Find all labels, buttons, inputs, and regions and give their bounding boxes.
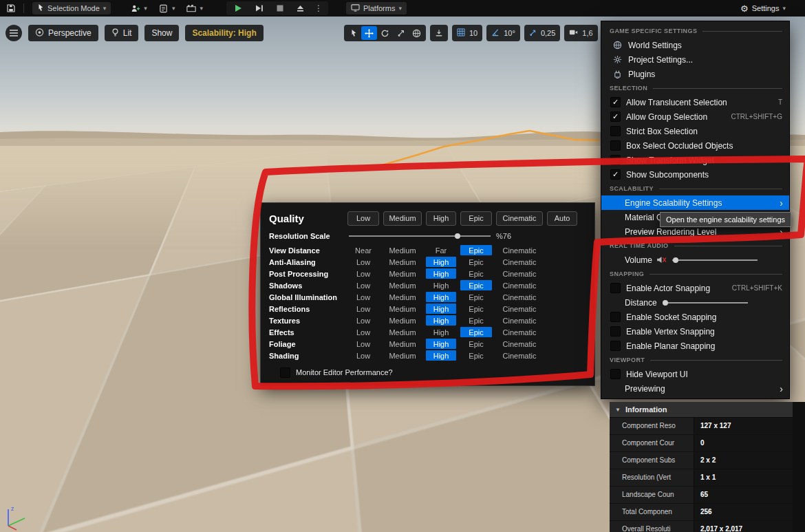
quality-cell-shading-low[interactable]: Low [347,350,379,361]
quality-cell-textures-epic[interactable]: Epic [460,315,492,326]
platforms-dropdown[interactable]: Platforms ▾ [346,2,407,14]
select-tool[interactable] [345,26,361,40]
quality-cell-view-distance-medium[interactable]: Medium [383,245,422,255]
quality-cell-view-distance-epic[interactable]: Epic [460,245,492,255]
quality-cell-reflections-low[interactable]: Low [347,304,379,314]
quality-cell-shading-high[interactable]: High [426,350,456,361]
menu-item-strict-box-selection[interactable]: Strict Box Selection [601,124,789,138]
quality-preset-epic[interactable]: Epic [460,211,492,226]
quality-cell-global-illumination-epic[interactable]: Epic [460,292,492,302]
quality-cell-shadows-epic[interactable]: Epic [460,280,492,290]
quality-cell-foliage-low[interactable]: Low [347,339,379,349]
quality-cell-global-illumination-low[interactable]: Low [347,292,379,302]
checkbox-icon[interactable] [610,126,621,136]
checkbox-icon[interactable] [610,326,621,337]
blueprints-button[interactable]: ▾ [157,1,175,15]
quality-preset-medium[interactable]: Medium [383,211,422,226]
quality-cell-shading-epic[interactable]: Epic [460,350,492,361]
checkbox-icon[interactable] [610,369,621,379]
slider-knob[interactable] [673,257,678,263]
menu-item-enable-socket-snapping[interactable]: Enable Socket Snapping [601,310,789,324]
quality-cell-shading-medium[interactable]: Medium [383,350,422,361]
checkbox-icon[interactable] [610,312,621,322]
checkbox-icon[interactable]: ✓ [610,97,621,107]
quality-cell-post-processing-cinematic[interactable]: Cinematic [496,268,543,279]
resolution-scale-slider[interactable] [347,232,492,240]
quality-cell-foliage-medium[interactable]: Medium [383,339,422,349]
rotate-tool[interactable] [377,26,393,40]
menu-item-engine-scalability-settings[interactable]: Engine Scalability Settings› [601,195,789,210]
save-icon[interactable] [4,1,18,15]
menu-item-allow-translucent-selection[interactable]: ✓Allow Translucent SelectionT [601,95,789,109]
skip-icon[interactable] [253,1,266,15]
menu-item-volume[interactable]: Volume [601,253,789,267]
menu-item-distance[interactable]: Distance [601,295,789,310]
checkbox-icon[interactable] [610,341,621,351]
quality-cell-shadows-cinematic[interactable]: Cinematic [496,280,543,290]
menu-item-show-subcomponents[interactable]: ✓Show Subcomponents [601,167,789,182]
quality-cell-shadows-high[interactable]: High [426,280,456,290]
menu-item-allow-group-selection[interactable]: ✓Allow Group SelectionCTRL+SHIFT+G [601,109,789,124]
camera-speed-button[interactable]: 1,6 [564,25,597,41]
quality-cell-anti-aliasing-low[interactable]: Low [347,257,379,267]
quality-cell-effects-low[interactable]: Low [347,327,379,337]
checkbox-icon[interactable]: ✓ [610,111,621,122]
cinematics-button[interactable]: ▾ [184,1,203,15]
menu-item-plugins[interactable]: Plugins [601,67,789,81]
quality-cell-textures-high[interactable]: High [426,315,456,326]
quality-cell-shadows-medium[interactable]: Medium [383,280,422,290]
quality-cell-global-illumination-cinematic[interactable]: Cinematic [496,292,543,302]
quality-preset-high[interactable]: High [426,211,456,226]
slider-knob[interactable] [663,300,668,306]
quality-cell-global-illumination-high[interactable]: High [426,292,456,302]
menu-item-enable-vertex-snapping[interactable]: Enable Vertex Snapping [601,324,789,339]
quality-cell-reflections-medium[interactable]: Medium [383,304,422,314]
quality-cell-textures-medium[interactable]: Medium [383,315,422,326]
selection-mode-dropdown[interactable]: Selection Mode ▾ [32,2,111,14]
lit-button[interactable]: Lit [105,25,139,41]
scale-tool[interactable] [393,26,409,40]
quality-cell-effects-medium[interactable]: Medium [383,327,422,337]
menu-item-world-settings[interactable]: World Settings [601,38,789,52]
eject-icon[interactable] [294,1,308,15]
quality-cell-textures-low[interactable]: Low [347,315,379,326]
quality-cell-textures-cinematic[interactable]: Cinematic [496,315,543,326]
monitor-performance-checkbox[interactable] [280,368,290,378]
quality-cell-effects-epic[interactable]: Epic [460,327,492,337]
play-icon[interactable] [232,1,246,15]
checkbox-icon[interactable] [610,155,621,165]
quality-cell-view-distance-near[interactable]: Near [347,245,379,255]
quality-cell-reflections-epic[interactable]: Epic [460,304,492,314]
checkbox-icon[interactable] [610,140,621,151]
quality-preset-low[interactable]: Low [347,211,379,226]
move-tool[interactable] [361,26,377,40]
add-content-button[interactable]: ▾ [129,1,147,15]
quality-cell-effects-cinematic[interactable]: Cinematic [496,327,543,337]
rotation-snap-button[interactable]: 10° [486,25,520,41]
quality-cell-anti-aliasing-cinematic[interactable]: Cinematic [496,257,543,267]
slider-knob[interactable] [455,233,460,239]
quality-cell-anti-aliasing-medium[interactable]: Medium [383,257,422,267]
checkbox-icon[interactable] [610,283,621,293]
quality-cell-anti-aliasing-high[interactable]: High [426,257,456,267]
quality-cell-post-processing-medium[interactable]: Medium [383,268,422,279]
menu-item-show-transform-widget[interactable]: Show Transform Widget [601,153,789,167]
menu-item-box-select-occluded-objects[interactable]: Box Select Occluded Objects [601,138,789,153]
menu-item-previewing[interactable]: Previewing› [601,381,789,396]
more-options-icon[interactable]: ⋮ [314,3,323,13]
quality-preset-cinematic[interactable]: Cinematic [496,211,543,226]
menu-item-enable-actor-snapping[interactable]: Enable Actor SnappingCTRL+SHIFT+K [601,281,789,295]
quality-cell-shading-cinematic[interactable]: Cinematic [496,350,543,361]
quality-cell-reflections-high[interactable]: High [426,304,456,314]
settings-dropdown[interactable]: ⚙ Settings ▾ [740,3,786,14]
quality-cell-post-processing-low[interactable]: Low [347,268,379,279]
information-header[interactable]: ▼ Information [610,402,793,418]
menu-item-hide-viewport-ui[interactable]: Hide Viewport UI [601,367,789,381]
scale-snap-button[interactable]: 0,25 [524,25,560,41]
quality-cell-foliage-high[interactable]: High [426,339,456,349]
slider[interactable] [672,257,758,264]
quality-cell-reflections-cinematic[interactable]: Cinematic [496,304,543,314]
checkbox-icon[interactable]: ✓ [610,169,621,180]
quality-cell-foliage-epic[interactable]: Epic [460,339,492,349]
quality-cell-foliage-cinematic[interactable]: Cinematic [496,339,543,349]
